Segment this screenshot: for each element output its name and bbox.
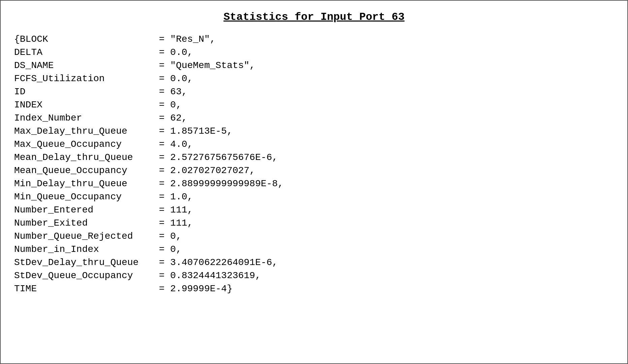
table-row: StDev_Queue_Occupancy= 0.8324441323619,: [14, 269, 614, 282]
stat-value: = 62,: [156, 111, 614, 125]
stat-key: Max_Queue_Occupancy: [14, 138, 156, 151]
stat-value: = 0,: [156, 230, 614, 243]
stat-key: Mean_Queue_Occupancy: [14, 164, 156, 177]
stat-value: = "Res_N",: [156, 33, 614, 46]
table-row: Min_Queue_Occupancy= 1.0,: [14, 190, 614, 203]
stat-value: = 0,: [156, 98, 614, 111]
stat-key: Mean_Delay_thru_Queue: [14, 151, 156, 164]
stat-value: = 63,: [156, 85, 614, 98]
table-row: Mean_Delay_thru_Queue= 2.5727675675676E-…: [14, 151, 614, 164]
stat-value: = 4.0,: [156, 138, 614, 151]
table-row: Max_Queue_Occupancy= 4.0,: [14, 138, 614, 151]
table-row: Number_Queue_Rejected= 0,: [14, 230, 614, 243]
table-row: Mean_Queue_Occupancy= 2.027027027027,: [14, 164, 614, 177]
stat-value: = 0.8324441323619,: [156, 269, 614, 282]
stat-key: INDEX: [14, 98, 156, 111]
stat-value: = 0.0,: [156, 72, 614, 85]
stat-value: = "QueMem_Stats",: [156, 59, 614, 72]
stat-key: Min_Delay_thru_Queue: [14, 177, 156, 190]
stat-value: = 2.88999999999989E-8,: [156, 177, 614, 190]
table-row: FCFS_Utilization= 0.0,: [14, 72, 614, 85]
stat-value: = 1.85713E-5,: [156, 125, 614, 138]
stats-table: {BLOCK= "Res_N",DELTA= 0.0,DS_NAME= "Que…: [14, 33, 614, 295]
stat-value: = 2.027027027027,: [156, 164, 614, 177]
stat-value: = 3.4070622264091E-6,: [156, 256, 614, 269]
main-container: Statistics for Input Port 63 {BLOCK= "Re…: [0, 0, 628, 364]
table-row: DELTA= 0.0,: [14, 46, 614, 59]
stat-value: = 111,: [156, 203, 614, 217]
stat-key: ID: [14, 85, 156, 98]
table-row: TIME= 2.99999E-4}: [14, 282, 614, 295]
table-row: Number_Entered= 111,: [14, 203, 614, 217]
table-row: Number_in_Index= 0,: [14, 243, 614, 256]
table-row: Max_Delay_thru_Queue= 1.85713E-5,: [14, 125, 614, 138]
stat-key: DS_NAME: [14, 59, 156, 72]
stat-key: TIME: [14, 282, 156, 295]
stat-key: {BLOCK: [14, 33, 156, 46]
stat-value: = 2.5727675675676E-6,: [156, 151, 614, 164]
stat-key: StDev_Queue_Occupancy: [14, 269, 156, 282]
page-title: Statistics for Input Port 63: [14, 11, 614, 23]
stat-key: Max_Delay_thru_Queue: [14, 125, 156, 138]
stat-value: = 0,: [156, 243, 614, 256]
table-row: {BLOCK= "Res_N",: [14, 33, 614, 46]
table-row: Number_Exited= 111,: [14, 217, 614, 230]
stat-key: Number_Entered: [14, 203, 156, 217]
stat-key: StDev_Delay_thru_Queue: [14, 256, 156, 269]
stat-key: Number_Exited: [14, 217, 156, 230]
stat-value: = 2.99999E-4}: [156, 282, 614, 295]
table-row: DS_NAME= "QueMem_Stats",: [14, 59, 614, 72]
stat-value: = 1.0,: [156, 190, 614, 203]
stat-key: Number_in_Index: [14, 243, 156, 256]
stat-value: = 111,: [156, 217, 614, 230]
stat-key: DELTA: [14, 46, 156, 59]
stat-key: Number_Queue_Rejected: [14, 230, 156, 243]
stat-key: Index_Number: [14, 111, 156, 125]
stat-value: = 0.0,: [156, 46, 614, 59]
stat-key: Min_Queue_Occupancy: [14, 190, 156, 203]
table-row: ID= 63,: [14, 85, 614, 98]
table-row: StDev_Delay_thru_Queue= 3.4070622264091E…: [14, 256, 614, 269]
table-row: Min_Delay_thru_Queue= 2.88999999999989E-…: [14, 177, 614, 190]
stat-key: FCFS_Utilization: [14, 72, 156, 85]
table-row: INDEX= 0,: [14, 98, 614, 111]
table-row: Index_Number= 62,: [14, 111, 614, 125]
